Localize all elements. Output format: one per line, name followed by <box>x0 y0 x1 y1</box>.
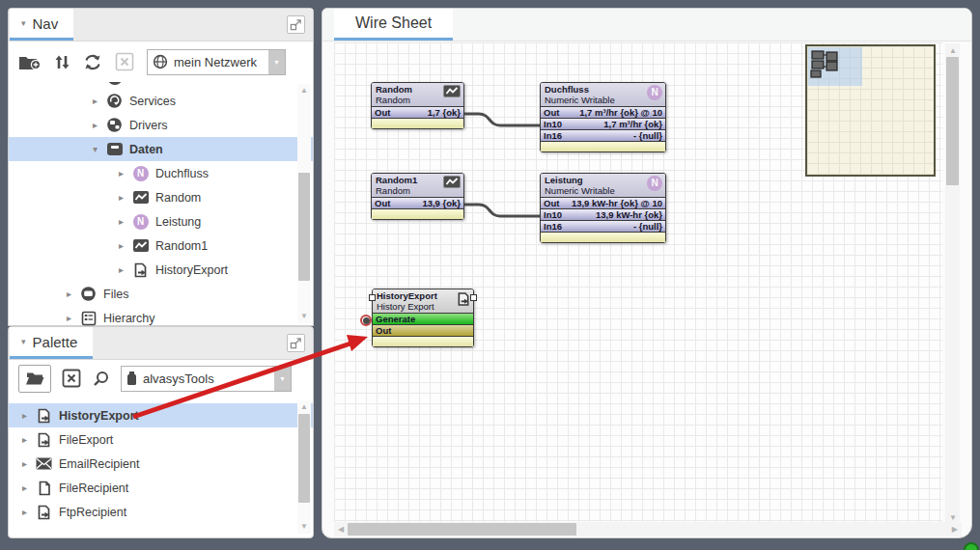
nav-tree-item-daten[interactable]: ▾ Daten <box>9 137 313 161</box>
search-palette-button[interactable] <box>92 370 110 388</box>
twisty-icon[interactable]: ▸ <box>93 96 106 106</box>
twisty-icon[interactable]: ▸ <box>22 482 36 493</box>
nav-tree-item-files[interactable]: ▸ Files <box>9 282 313 306</box>
nav-tree-item-drivers[interactable]: ▸ Drivers <box>9 113 313 137</box>
network-dropdown-arrow[interactable]: ▼ <box>268 50 285 74</box>
chart-icon <box>443 176 461 188</box>
wiresheet-vscrollbar[interactable]: ▲ ▼ <box>945 43 960 526</box>
open-palette-button[interactable] <box>18 365 51 393</box>
connection-status-indicator[interactable] <box>964 542 979 550</box>
twisty-icon[interactable]: ▸ <box>119 216 132 227</box>
scrollbar-thumb[interactable] <box>946 57 959 185</box>
palette-panel-tab[interactable]: ▾ Palette <box>10 327 93 359</box>
twisty-icon[interactable]: ▸ <box>22 507 36 517</box>
numeric-writable-icon: N <box>647 176 662 191</box>
block-slot-generate[interactable]: Generate <box>373 313 473 324</box>
palette-expand-button[interactable] <box>287 334 305 352</box>
block-historyexport[interactable]: HistoryExport History Export Generate Ou… <box>372 289 474 347</box>
twisty-icon[interactable]: ▸ <box>119 192 132 203</box>
scroll-up-arrow[interactable]: ▲ <box>949 47 957 55</box>
nav-tree-item-hierarchy[interactable]: ▸ Hierarchy <box>9 306 313 326</box>
selection-handle[interactable] <box>470 294 477 301</box>
generate-action-port[interactable] <box>360 315 372 326</box>
block-slot-in10[interactable]: In10 1,7 m³/hr {ok} <box>541 118 665 129</box>
scrollbar-thumb[interactable] <box>298 414 310 503</box>
palette-library-dropdown[interactable]: alvasysTools ▼ <box>121 366 292 392</box>
block-random1[interactable]: Random1 Random Out 13,9 {ok} <box>371 173 464 220</box>
block-slot-out[interactable]: Out <box>373 324 473 336</box>
block-duchfluss[interactable]: Duchfluss Numeric Writable N Out 1,7 m³/… <box>540 82 666 152</box>
block-slot-in10[interactable]: In10 13,9 kW-hr {ok} <box>541 208 665 220</box>
nav-toolbar: mein Netzwerk ▼ <box>9 41 313 82</box>
palette-item-filerecipient[interactable]: ▸ FileRecipient <box>9 476 313 500</box>
block-slot-empty[interactable] <box>372 118 463 128</box>
block-slot-out[interactable]: Out 13,9 kW-hr {ok} @ 10 <box>541 197 665 208</box>
wiresheet-tab-label: Wire Sheet <box>355 14 432 32</box>
block-slot-empty[interactable] <box>373 336 473 346</box>
refresh-button[interactable] <box>83 54 102 70</box>
nav-tabbar: ▾ Nav <box>9 9 313 41</box>
block-slot-out[interactable]: Out 13,9 {ok} <box>372 197 463 208</box>
block-slot-in16[interactable]: In16 - {null} <box>541 129 665 141</box>
tab-caret-icon[interactable]: ▾ <box>21 337 26 346</box>
wiresheet-hscrollbar[interactable]: ◀ ▶ <box>334 522 962 536</box>
twisty-icon[interactable]: ▸ <box>67 313 80 323</box>
palette-dropdown-arrow[interactable]: ▼ <box>274 367 291 391</box>
export-page-icon <box>36 504 52 520</box>
nav-tree-item-random[interactable]: ▸ Random <box>9 185 313 209</box>
nav-expand-button[interactable] <box>287 15 305 34</box>
nav-tree-item-random1[interactable]: ▸ Random1 <box>9 234 313 258</box>
nav-tree-scrollbar[interactable]: ▲ ▼ <box>297 84 311 323</box>
palette-item-ftprecipient[interactable]: ▸ FtpRecipient <box>9 500 313 524</box>
block-slot-in16[interactable]: In16 - {null} <box>541 220 665 232</box>
scrollbar-thumb[interactable] <box>348 523 576 536</box>
cancel-button-disabled[interactable] <box>115 52 134 71</box>
scroll-down-arrow[interactable]: ▼ <box>300 523 308 531</box>
nav-tree-item-services[interactable]: ▸ Services <box>9 89 313 113</box>
nav-tree-item-historyexport[interactable]: ▸ HistoryExport <box>9 258 313 282</box>
block-slot-out[interactable]: Out 1,7 {ok} <box>372 106 463 118</box>
new-folder-button[interactable] <box>18 54 42 70</box>
scroll-down-arrow[interactable]: ▼ <box>949 514 957 522</box>
twisty-icon[interactable]: ▸ <box>22 410 36 421</box>
palette-item-historyexport[interactable]: ▸ HistoryExport <box>9 403 313 427</box>
block-leistung[interactable]: Leistung Numeric Writable N Out 13,9 kW-… <box>540 173 666 243</box>
block-slot-empty[interactable] <box>372 208 463 219</box>
nav-panel-tab[interactable]: ▾ Nav <box>10 9 73 41</box>
wiresheet-tab[interactable]: Wire Sheet <box>334 9 453 41</box>
twisty-icon[interactable]: ▾ <box>93 144 106 154</box>
palette-item-fileexport[interactable]: ▸ FileExport <box>9 427 313 452</box>
scroll-down-arrow[interactable]: ▼ <box>300 313 308 320</box>
selection-handle[interactable] <box>369 294 376 301</box>
scroll-left-arrow[interactable]: ◀ <box>338 526 344 534</box>
twisty-icon[interactable]: ▸ <box>119 264 132 275</box>
nav-tree-item-leistung[interactable]: ▸ N Leistung <box>9 209 313 234</box>
palette-list: ▸ HistoryExport ▸ <box>9 397 313 536</box>
twisty-icon[interactable]: ▸ <box>22 434 36 445</box>
close-palette-button[interactable] <box>62 369 81 388</box>
network-dropdown[interactable]: mein Netzwerk ▼ <box>147 49 286 75</box>
twisty-icon[interactable]: ▸ <box>93 120 106 130</box>
nav-tree-item-duchfluss[interactable]: ▸ N Duchfluss <box>9 161 313 185</box>
scroll-right-arrow[interactable]: ▶ <box>952 526 958 534</box>
block-random[interactable]: Random Random Out 1,7 {ok} <box>371 82 464 129</box>
nav-tree-item-partial[interactable]: ▾ <box>9 82 313 89</box>
scrollbar-thumb[interactable] <box>298 173 310 281</box>
palette-scrollbar[interactable]: ▲ ▼ <box>297 400 311 534</box>
block-slot-empty[interactable] <box>541 232 665 242</box>
twisty-icon[interactable]: ▸ <box>119 168 132 179</box>
block-header: HistoryExport History Export <box>373 289 473 313</box>
refresh-icon <box>83 54 102 70</box>
scroll-up-arrow[interactable]: ▲ <box>300 403 308 411</box>
minimap-overview[interactable] <box>805 44 936 177</box>
numeric-point-icon: N <box>132 213 149 230</box>
twisty-icon[interactable]: ▸ <box>67 289 80 299</box>
sort-button[interactable] <box>54 54 70 70</box>
twisty-icon[interactable]: ▸ <box>119 240 132 251</box>
twisty-icon[interactable]: ▸ <box>22 458 36 469</box>
tab-caret-icon[interactable]: ▾ <box>21 18 26 28</box>
scroll-up-arrow[interactable]: ▲ <box>300 87 308 95</box>
palette-item-emailrecipient[interactable]: ▸ EmailRecipient <box>9 452 313 476</box>
block-slot-out[interactable]: Out 1,7 m³/hr {ok} @ 10 <box>541 106 665 118</box>
block-slot-empty[interactable] <box>541 141 665 151</box>
